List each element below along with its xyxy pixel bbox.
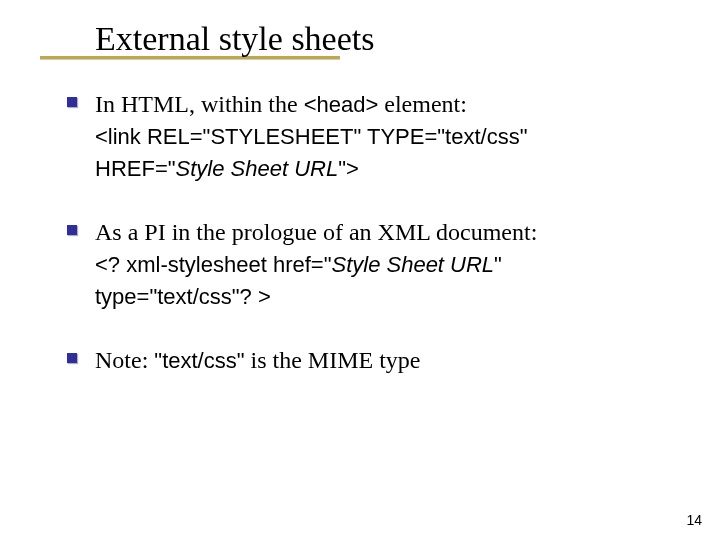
code-line: <link REL="STYLESHEET" TYPE="text/css" — [95, 122, 670, 152]
text: Note: — [95, 347, 154, 373]
page-number: 14 — [686, 512, 702, 528]
bullet-lead: As a PI in the prologue of an XML docume… — [95, 216, 670, 248]
square-bullet-icon — [67, 353, 77, 363]
bullet-lead: Note: "text/css" is the MIME type — [95, 344, 670, 376]
italic-text: Style Sheet URL — [176, 156, 339, 181]
slide-title: External style sheets — [95, 20, 374, 57]
inline-code: <head> — [304, 92, 379, 117]
code-line: <? xml-stylesheet href="Style Sheet URL" — [95, 250, 670, 280]
content-area: In HTML, within the <head> element: <lin… — [95, 88, 670, 376]
bullet-lead: In HTML, within the <head> element: — [95, 88, 670, 120]
title-area: External style sheets — [0, 0, 720, 58]
text: HREF=" — [95, 156, 176, 181]
bullet-item: In HTML, within the <head> element: <lin… — [95, 88, 670, 184]
text: " — [494, 252, 502, 277]
square-bullet-icon — [67, 225, 77, 235]
text: element: — [378, 91, 467, 117]
inline-code: "text/css" — [154, 348, 244, 373]
code-line: HREF="Style Sheet URL"> — [95, 154, 670, 184]
text: is the MIME type — [245, 347, 421, 373]
bullet-item: As a PI in the prologue of an XML docume… — [95, 216, 670, 312]
code-line: type="text/css"? > — [95, 282, 670, 312]
text: In HTML, within the — [95, 91, 304, 117]
square-bullet-icon — [67, 97, 77, 107]
bullet-item: Note: "text/css" is the MIME type — [95, 344, 670, 376]
slide: External style sheets In HTML, within th… — [0, 0, 720, 540]
text: "> — [338, 156, 359, 181]
italic-text: Style Sheet URL — [331, 252, 494, 277]
text: <? xml-stylesheet href=" — [95, 252, 331, 277]
